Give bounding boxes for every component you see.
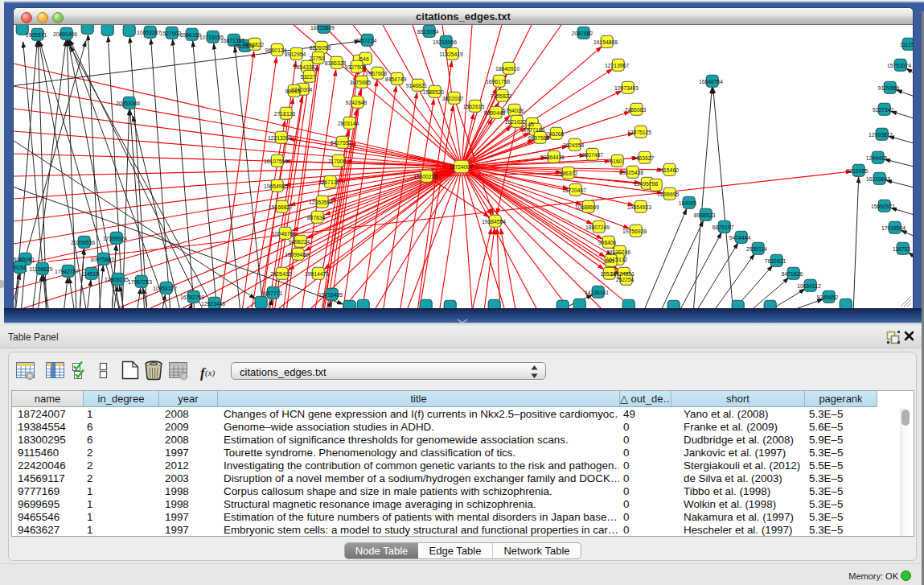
svg-text:9129966: 9129966 [878,85,900,91]
svg-text:16648764: 16648764 [699,79,723,84]
svg-text:19524: 19524 [601,271,616,277]
svg-text:252254: 252254 [616,277,634,282]
svg-text:7663822: 7663822 [243,42,265,47]
svg-text:11156829: 11156829 [29,266,52,272]
svg-text:3822037: 3822037 [442,96,464,101]
svg-text:3875685: 3875685 [350,80,372,85]
svg-text:908406: 908406 [598,240,617,245]
svg-text:17359924: 17359924 [103,236,127,241]
svg-text:1621022: 1621022 [505,119,527,125]
svg-text:16099489: 16099489 [285,252,309,257]
svg-text:16033809: 16033809 [310,25,335,31]
svg-text:45: 45 [528,122,534,127]
svg-text:3267130: 3267130 [318,179,340,185]
svg-text:8912954: 8912954 [285,51,306,57]
svg-text:6879197: 6879197 [713,225,734,230]
svg-text:10046788: 10046788 [272,231,296,237]
svg-text:7485063: 7485063 [625,107,647,113]
svg-text:2803144: 2803144 [338,121,359,126]
svg-text:116753: 116753 [893,246,910,252]
svg-text:746266: 746266 [546,131,565,137]
svg-text:1905571: 1905571 [26,32,47,38]
svg-text:8454749: 8454749 [385,76,407,82]
svg-text:7357224: 7357224 [355,38,377,43]
svg-text:1527602: 1527602 [160,31,182,36]
svg-text:16107556: 16107556 [264,159,288,164]
svg-text:8215955: 8215955 [847,168,869,174]
svg-text:18120746: 18120746 [606,249,630,255]
svg-text:10958127: 10958127 [153,286,177,291]
svg-text:19384554: 19384554 [482,219,506,225]
svg-text:9474444: 9474444 [729,235,751,241]
svg-text:11125: 11125 [900,42,913,47]
svg-text:98961: 98961 [285,89,301,94]
svg-text:20364436: 20364436 [540,154,565,160]
svg-text:12213369: 12213369 [268,135,292,141]
svg-text:16210643: 16210643 [866,176,890,182]
svg-text:1588520: 1588520 [423,89,445,95]
svg-text:165: 165 [605,258,614,264]
svg-text:19914479: 19914479 [305,271,329,277]
svg-text:20206536: 20206536 [71,240,95,245]
svg-text:10025438: 10025438 [619,170,643,175]
svg-text:0699695: 0699695 [658,192,680,197]
svg-text:10688609: 10688609 [575,204,599,210]
svg-text:17016504: 17016504 [881,225,906,231]
svg-text:6160: 6160 [610,159,622,164]
svg-text:30975887: 30975887 [90,257,114,262]
svg-text:(x): (x) [205,368,216,378]
svg-text:53227: 53227 [301,74,316,80]
svg-text:887834: 887834 [307,215,326,220]
svg-text:8427552: 8427552 [331,140,352,146]
svg-text:9463627: 9463627 [633,155,655,161]
svg-text:10654112: 10654112 [797,283,821,289]
svg-text:10973493: 10973493 [614,85,639,91]
svg-text:7625402: 7625402 [270,271,292,277]
svg-text:9457771: 9457771 [261,290,283,296]
svg-text:22750: 22750 [310,56,325,61]
svg-text:9146821: 9146821 [406,83,428,89]
svg-text:12213967: 12213967 [605,63,629,68]
svg-text:15720407: 15720407 [562,187,586,193]
svg-text:13975125: 13975125 [627,130,651,135]
svg-text:11325419: 11325419 [439,51,463,57]
svg-text:6966160: 6966160 [180,32,202,38]
svg-text:12923446: 12923446 [201,301,225,307]
svg-text:19654923: 19654923 [627,204,651,210]
svg-text:546: 546 [359,56,369,62]
svg-text:18807249: 18807249 [585,225,610,230]
svg-text:8938923: 8938923 [694,212,716,218]
svg-text:19218506: 19218506 [433,39,457,45]
svg-text:17957253: 17957253 [128,279,152,285]
svg-text:12353594: 12353594 [309,200,333,205]
svg-text:9242848: 9242848 [346,100,368,105]
svg-text:16961758: 16961758 [486,79,510,84]
svg-text:7632621: 7632621 [765,258,786,264]
svg-text:20053346: 20053346 [116,101,140,106]
svg-text:2935114: 2935114 [746,246,767,252]
svg-text:20691406: 20691406 [53,31,77,37]
svg-text:2718126: 2718126 [274,111,296,117]
svg-text:18724007: 18724007 [449,164,473,170]
svg-text:16154808: 16154808 [593,39,618,45]
svg-text:8471626: 8471626 [782,271,803,277]
svg-text:9777169: 9777169 [524,127,545,133]
svg-text:19756928: 19756928 [622,229,647,234]
svg-text:2967608: 2967608 [366,71,388,76]
svg-text:15300235: 15300235 [413,174,437,179]
svg-text:7386372: 7386372 [556,171,578,176]
svg-text:19654985: 19654985 [264,183,288,189]
svg-text:2087682: 2087682 [572,31,593,36]
svg-text:39154: 39154 [14,265,27,270]
svg-text:17942757: 17942757 [55,269,79,274]
svg-text:9498224: 9498224 [289,239,310,245]
svg-text:6794028: 6794028 [503,108,524,113]
svg-text:9245652: 9245652 [817,295,839,300]
svg-text:13495798: 13495798 [634,181,658,187]
svg-text:19166827: 19166827 [269,204,293,210]
svg-text:9185061: 9185061 [14,257,35,262]
svg-text:9115460: 9115460 [658,167,679,173]
svg-text:1562615: 1562615 [463,104,485,109]
svg-text:15716485: 15716485 [318,292,343,298]
svg-text:12505135: 12505135 [105,277,129,282]
